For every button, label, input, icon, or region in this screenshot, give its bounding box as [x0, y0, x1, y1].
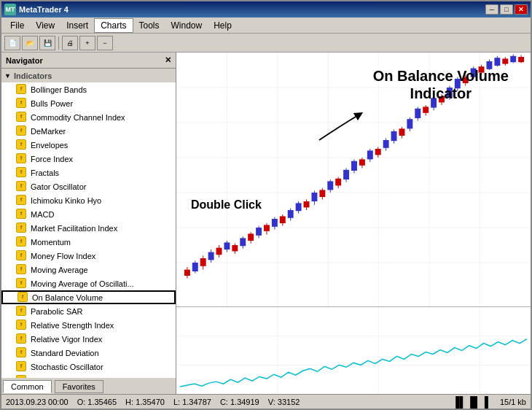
indicator-icon-demarker: f: [16, 125, 28, 137]
nav-item-envelopes[interactable]: f Envelopes: [1, 138, 176, 152]
nav-tab-favorites[interactable]: Favorites: [55, 380, 103, 393]
svg-rect-98: [518, 57, 524, 62]
navigator-panel: Navigator ✕ ▼ Indicators f Bollinger Ban…: [1, 53, 176, 394]
svg-rect-100: [176, 307, 531, 394]
menu-view[interactable]: View: [30, 19, 60, 32]
double-click-label: Double Click: [191, 198, 262, 212]
indicator-icon-moving-avg: f: [16, 264, 28, 276]
svg-rect-60: [367, 150, 373, 159]
svg-rect-40: [288, 210, 294, 218]
svg-rect-46: [311, 193, 317, 201]
title-bar-left: MT MetaTrader 4: [4, 4, 69, 15]
toolbar-save[interactable]: 💾: [39, 36, 55, 50]
nav-item-ichimoku[interactable]: f Ichimoku Kinko Hyo: [1, 193, 176, 207]
nav-item-force-index[interactable]: f Force Index: [1, 152, 176, 166]
title-controls: ─ □ ✕: [485, 4, 528, 15]
nav-item-mfi-market[interactable]: f Market Facilitation Index: [1, 221, 176, 235]
svg-rect-74: [423, 107, 429, 112]
nav-item-std-dev[interactable]: f Standard Deviation: [1, 346, 176, 360]
nav-item-moving-avg-osc[interactable]: f Moving Average of Oscillati...: [1, 276, 176, 290]
indicator-icon-mfi-market: f: [16, 223, 28, 234]
indicator-icon-momentum: f: [16, 236, 28, 248]
svg-rect-16: [192, 263, 198, 271]
obv-subchart[interactable]: [176, 306, 531, 394]
toolbar-new[interactable]: 📄: [4, 36, 20, 50]
svg-rect-22: [216, 248, 222, 255]
indicator-icon-fractals: f: [16, 167, 28, 179]
indicator-icon-bulls: f: [16, 98, 28, 109]
svg-rect-96: [510, 56, 516, 62]
nav-item-macd[interactable]: f MACD: [1, 207, 176, 221]
indicator-icon-ichimoku: f: [16, 195, 28, 206]
menu-tools[interactable]: Tools: [133, 19, 165, 32]
indicator-icon-cci: f: [16, 112, 28, 123]
svg-rect-36: [272, 219, 278, 227]
nav-item-moving-avg[interactable]: f Moving Average: [1, 263, 176, 276]
toolbar: 📄 📂 💾 🖨 + −: [1, 34, 531, 53]
nav-item-momentum[interactable]: f Momentum: [1, 235, 176, 249]
svg-rect-92: [494, 58, 500, 66]
nav-tab-common[interactable]: Common: [3, 380, 52, 393]
svg-rect-18: [200, 258, 206, 266]
navigator-close-button[interactable]: ✕: [165, 55, 171, 65]
nav-item-gator[interactable]: f Gator Oscillator: [1, 179, 176, 193]
obv-arrow: [312, 104, 370, 147]
indicator-icon-envelopes: f: [16, 139, 28, 151]
menu-charts[interactable]: Charts: [94, 18, 133, 33]
svg-rect-94: [502, 58, 508, 63]
svg-rect-38: [280, 216, 286, 223]
svg-rect-30: [248, 233, 254, 241]
title-bar: MT MetaTrader 4 ─ □ ✕: [1, 1, 531, 18]
navigator-list[interactable]: ▼ Indicators f Bollinger Bands f Bulls P…: [1, 69, 176, 378]
svg-rect-62: [375, 149, 381, 155]
menu-insert[interactable]: Insert: [60, 19, 94, 32]
toolbar-zoom-out[interactable]: −: [97, 36, 113, 50]
minimize-button[interactable]: ─: [485, 4, 498, 15]
indicator-icon-rsi: f: [16, 320, 28, 331]
nav-item-parabolic[interactable]: f Parabolic SAR: [1, 304, 176, 318]
indicator-icon-stochastic: f: [16, 361, 28, 373]
status-volume: V: 33152: [268, 398, 300, 406]
svg-rect-42: [296, 203, 302, 211]
svg-rect-50: [327, 181, 333, 190]
indicator-icon-force: f: [16, 153, 28, 165]
indicator-icon-rvi: f: [16, 333, 28, 345]
status-size: 15/1 kb: [500, 398, 526, 406]
nav-section-indicators[interactable]: ▼ Indicators: [1, 69, 176, 82]
svg-rect-52: [335, 179, 341, 186]
chart-area: On Balance VolumeIndicator Double Click: [176, 53, 531, 394]
app-icon: MT: [4, 4, 16, 15]
toolbar-print[interactable]: 🖨: [62, 36, 78, 50]
main-window: MT MetaTrader 4 ─ □ ✕ File View Insert C…: [0, 0, 532, 410]
nav-item-demarker[interactable]: f DeMarker: [1, 124, 176, 138]
status-close: C: 1.34919: [220, 398, 259, 406]
nav-item-fractals[interactable]: f Fractals: [1, 166, 176, 179]
indicator-icon-gator: f: [16, 181, 28, 193]
menu-bar: File View Insert Charts Tools Window Hel…: [1, 18, 531, 34]
status-bar: 2013.09.23 00:00 O: 1.35465 H: 1.35470 L…: [1, 394, 531, 409]
svg-rect-64: [383, 140, 389, 148]
nav-item-obv[interactable]: f On Balance Volume: [1, 290, 176, 304]
svg-rect-20: [208, 252, 214, 260]
close-button[interactable]: ✕: [515, 4, 528, 15]
candlestick-chart[interactable]: On Balance VolumeIndicator Double Click: [176, 53, 531, 306]
svg-rect-58: [359, 159, 365, 165]
nav-item-money-flow[interactable]: f Money Flow Index: [1, 249, 176, 263]
nav-item-bollinger-bands[interactable]: f Bollinger Bands: [1, 82, 176, 96]
menu-help[interactable]: Help: [208, 19, 238, 32]
status-datetime: 2013.09.23 00:00: [6, 398, 69, 406]
toolbar-open[interactable]: 📂: [22, 36, 38, 50]
menu-window[interactable]: Window: [165, 19, 208, 32]
svg-rect-72: [415, 109, 420, 118]
maximize-button[interactable]: □: [500, 4, 513, 15]
nav-item-rsi[interactable]: f Relative Strength Index: [1, 318, 176, 332]
svg-rect-32: [256, 228, 262, 236]
nav-item-stochastic[interactable]: f Stochastic Oscillator: [1, 360, 176, 374]
nav-item-cci[interactable]: f Commodity Channel Index: [1, 110, 176, 124]
svg-rect-24: [224, 242, 230, 250]
nav-item-rvi[interactable]: f Relative Vigor Index: [1, 332, 176, 346]
indicator-icon-macd: f: [16, 209, 28, 220]
nav-item-bulls-power[interactable]: f Bulls Power: [1, 96, 176, 110]
menu-file[interactable]: File: [4, 19, 30, 32]
toolbar-zoom-in[interactable]: +: [79, 36, 95, 50]
